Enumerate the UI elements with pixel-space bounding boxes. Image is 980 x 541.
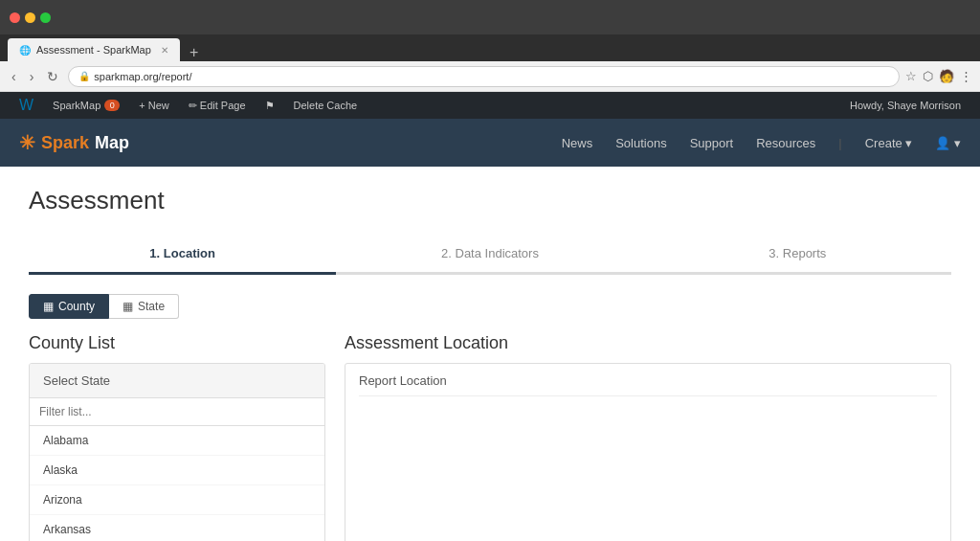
logo-map-text: Map [95,133,129,153]
wp-edit-page-label: ✏ Edit Page [189,100,246,112]
step-location-label: 1. Location [149,246,215,260]
browser-window-controls [10,12,51,23]
location-panel: Assessment Location Report Location [345,333,951,541]
county-toggle-button[interactable]: ▦ County [29,294,109,319]
extensions-icon[interactable]: ⬡ [923,69,933,83]
forward-button[interactable]: › [26,67,38,86]
tab-favicon-icon: 🌐 [19,45,31,56]
list-item[interactable]: Arkansas [30,515,324,541]
wp-notification-badge: 0 [104,100,120,111]
county-grid-icon: ▦ [43,300,54,313]
browser-tab[interactable]: 🌐 Assessment - SparkMap ✕ [8,38,180,61]
nav-links: News Solutions Support Resources | Creat… [562,136,961,150]
state-toggle-label: State [138,300,165,313]
browser-toolbar-icons: ☆ ⬡ 🧑 ⋮ [905,69,972,83]
profile-icon[interactable]: 🧑 [939,69,954,83]
reload-button[interactable]: ↻ [43,67,62,86]
maximize-window-button[interactable] [40,12,51,23]
wp-logo-item[interactable]: W [10,92,43,119]
view-toggle-group: ▦ County ▦ State [29,294,951,319]
nav-user-dropdown[interactable]: 👤 ▾ [935,136,961,150]
back-button[interactable]: ‹ [8,67,20,86]
browser-chrome [0,0,980,34]
wordpress-icon: W [19,97,33,114]
nav-user-icon: 👤 ▾ [935,136,961,150]
wp-new-label: + New [139,100,169,111]
page-title: Assessment [29,186,951,215]
nav-divider: | [838,136,841,150]
nav-create-label: Create ▾ [865,136,913,150]
wp-flag-item[interactable]: ⚑ [256,92,284,119]
wp-edit-page-item[interactable]: ✏ Edit Page [179,92,256,119]
nav-support-link[interactable]: Support [690,136,734,150]
step-reports[interactable]: 3. Reports [644,235,951,275]
county-list-header: Select State [30,364,324,398]
address-bar-row: ‹ › ↻ 🔒 ☆ ⬡ 🧑 ⋮ [0,61,980,92]
minimize-window-button[interactable] [25,12,35,23]
address-bar[interactable]: 🔒 [68,66,900,87]
list-item[interactable]: Alabama [30,426,324,456]
wp-admin-bar: W SparkMap 0 + New ✏ Edit Page ⚑ Delete … [0,92,980,119]
nav-solutions-link[interactable]: Solutions [615,136,666,150]
site-logo[interactable]: ✳ SparkMap [19,131,129,154]
county-filter-input[interactable] [30,398,324,426]
wp-new-item[interactable]: + New [129,92,179,119]
nav-create-dropdown[interactable]: Create ▾ [865,136,913,150]
tab-title: Assessment - SparkMap [36,44,151,56]
new-tab-button[interactable]: + [184,44,204,61]
assessment-location-title: Assessment Location [345,333,951,353]
close-window-button[interactable] [10,12,20,23]
url-input[interactable] [94,71,889,82]
bookmark-icon[interactable]: ☆ [905,69,917,83]
logo-spark-text: Spark [41,133,89,153]
wp-delete-cache-label: Delete Cache [294,100,358,111]
nav-news-link[interactable]: News [562,136,593,150]
page-content: Assessment 1. Location 2. Data Indicator… [0,167,980,541]
state-grid-icon: ▦ [122,300,133,313]
list-item[interactable]: Arizona [30,485,324,515]
site-navigation: ✳ SparkMap News Solutions Support Resour… [0,119,980,167]
state-toggle-button[interactable]: ▦ State [109,294,179,319]
location-box: Report Location [345,363,951,541]
wp-site-name: SparkMap [53,100,100,111]
step-reports-label: 3. Reports [768,246,826,260]
county-panel: County List Select State Alabama Alaska … [29,333,325,541]
sparkmap-logo-icon: ✳ [19,131,35,154]
main-two-column: County List Select State Alabama Alaska … [29,333,951,541]
ssl-lock-icon: 🔒 [78,71,90,81]
step-data-indicators[interactable]: 2. Data Indicators [336,235,643,275]
browser-tab-bar: 🌐 Assessment - SparkMap ✕ + [0,34,980,61]
county-list-box: Select State Alabama Alaska Arizona Arka… [29,363,325,541]
step-data-indicators-label: 2. Data Indicators [441,246,539,260]
county-toggle-label: County [58,300,95,313]
steps-container: 1. Location 2. Data Indicators 3. Report… [29,235,951,275]
report-location-header: Report Location [359,373,937,396]
wp-delete-cache-item[interactable]: Delete Cache [284,92,368,119]
county-list-title: County List [29,333,325,353]
wp-sparkmap-item[interactable]: SparkMap 0 [43,92,129,119]
tab-close-icon[interactable]: ✕ [161,45,168,56]
wp-flag-icon: ⚑ [265,100,275,112]
step-location[interactable]: 1. Location [29,235,336,275]
menu-icon[interactable]: ⋮ [960,69,972,83]
wp-howdy-label: Howdy, Shaye Morrison [850,100,961,111]
county-items-list: Alabama Alaska Arizona Arkansas Californ… [30,426,324,541]
list-item[interactable]: Alaska [30,456,324,485]
wp-howdy-item[interactable]: Howdy, Shaye Morrison [840,92,970,119]
nav-resources-link[interactable]: Resources [756,136,815,150]
